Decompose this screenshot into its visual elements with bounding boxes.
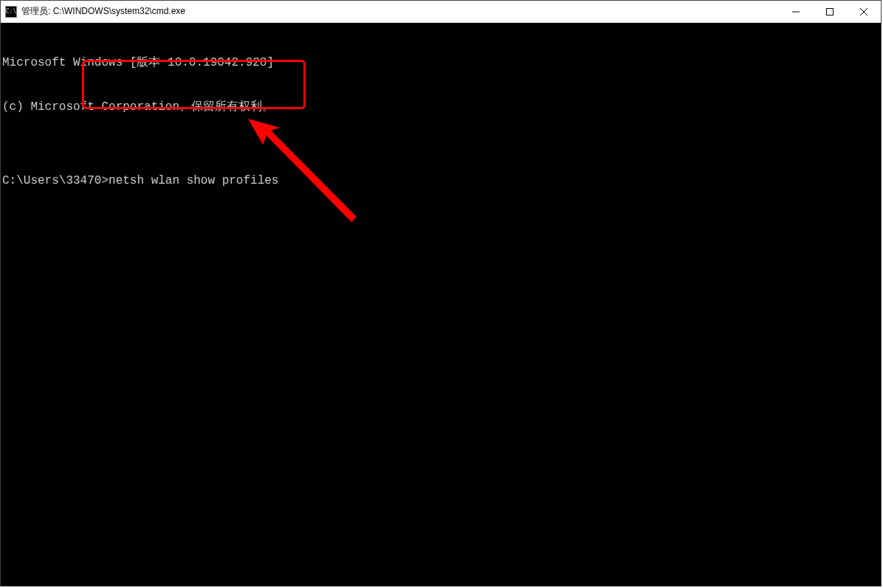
titlebar[interactable]: C:\ 管理员: C:\WINDOWS\system32\cmd.exe — [1, 1, 881, 23]
terminal-line-version: Microsoft Windows [版本 10.0.19042.928] — [2, 55, 881, 70]
close-icon — [860, 8, 867, 15]
cmd-icon-label: C:\ — [6, 8, 16, 15]
svg-rect-1 — [827, 8, 834, 15]
maximize-button[interactable] — [813, 1, 847, 22]
terminal-prompt: C:\Users\33470> — [2, 174, 109, 187]
terminal-prompt-line: C:\Users\33470>netsh wlan show profiles — [2, 173, 881, 188]
window-controls — [779, 1, 881, 22]
cmd-window: C:\ 管理员: C:\WINDOWS\system32\cmd.exe — [0, 0, 882, 587]
terminal-area[interactable]: Microsoft Windows [版本 10.0.19042.928] (c… — [1, 23, 881, 586]
minimize-button[interactable] — [779, 1, 813, 22]
close-button[interactable] — [847, 1, 881, 22]
maximize-icon — [826, 8, 834, 15]
cmd-icon: C:\ — [5, 6, 17, 18]
window-title: 管理员: C:\WINDOWS\system32\cmd.exe — [21, 5, 185, 18]
terminal-command: netsh wlan show profiles — [109, 174, 278, 187]
titlebar-left: C:\ 管理员: C:\WINDOWS\system32\cmd.exe — [1, 5, 185, 18]
minimize-icon — [792, 8, 800, 15]
terminal-line-copyright: (c) Microsoft Corporation。保留所有权利。 — [2, 100, 881, 114]
